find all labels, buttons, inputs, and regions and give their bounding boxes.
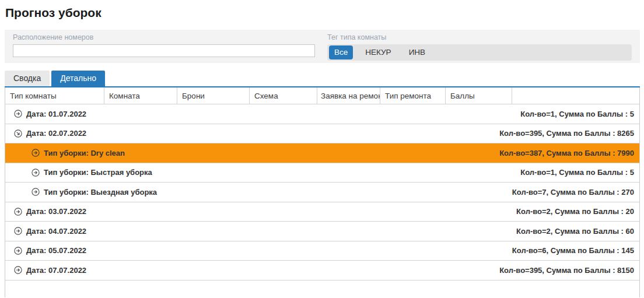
group-row-summary: Кол-во=395, Сумма по Баллы : 8150 xyxy=(499,266,639,275)
group-row-label: Тип уборки: Dry clean xyxy=(44,149,125,157)
group-row-label: Дата: 02.07.2022 xyxy=(26,129,86,138)
tab-bar: Сводка Детально xyxy=(5,71,640,87)
table-header-row: Тип комнаты Комната Брони Схема Заявка н… xyxy=(5,87,639,104)
tag-button-all[interactable]: Все xyxy=(329,45,353,59)
group-row-cleaning-checkout[interactable]: Тип уборки: Выездная уборка Кол-во=7, Су… xyxy=(5,183,639,202)
group-row-label: Дата: 03.07.2022 xyxy=(26,207,86,216)
tab-summary[interactable]: Сводка xyxy=(5,71,50,86)
tab-detail[interactable]: Детально xyxy=(51,71,105,86)
collapse-down-icon[interactable] xyxy=(14,129,22,138)
group-row-summary: Кол-во=6, Сумма по Баллы : 145 xyxy=(512,246,639,255)
group-row-label: Дата: 07.07.2022 xyxy=(26,266,86,275)
room-tag-button-group: Все НЕКУР ИНВ xyxy=(327,44,632,61)
expand-right-icon[interactable] xyxy=(14,247,22,255)
page-title: Прогноз уборок xyxy=(5,0,640,30)
expand-right-icon[interactable] xyxy=(32,169,40,177)
column-header-room-type[interactable]: Тип комнаты xyxy=(5,87,104,104)
room-tag-field: Тег типа комнаты Все НЕКУР ИНВ xyxy=(327,33,632,61)
room-location-label: Расположение номеров xyxy=(13,33,315,42)
group-row-label: Дата: 05.07.2022 xyxy=(26,246,86,255)
expand-right-icon[interactable] xyxy=(14,208,22,216)
column-header-scheme[interactable]: Схема xyxy=(250,87,317,104)
table-empty-space xyxy=(5,281,639,297)
expand-right-icon[interactable] xyxy=(32,149,40,157)
room-location-field: Расположение номеров xyxy=(13,33,315,57)
group-row-cleaning-dry-clean[interactable]: Тип уборки: Dry clean Кол-во=387, Сумма … xyxy=(5,143,639,163)
room-location-input[interactable] xyxy=(13,44,315,57)
expand-right-icon[interactable] xyxy=(14,266,22,274)
column-header-empty xyxy=(512,87,639,104)
filter-panel: Расположение номеров Тег типа комнаты Вс… xyxy=(5,30,640,63)
group-row-date-04-07-2022[interactable]: Дата: 04.07.2022 Кол-во=2, Сумма по Балл… xyxy=(5,222,639,241)
group-row-label: Тип уборки: Быстрая уборка xyxy=(44,168,152,177)
column-header-repair-type[interactable]: Тип ремонта xyxy=(380,87,446,104)
group-row-date-01-07-2022[interactable]: Дата: 01.07.2022 Кол-во=1, Сумма по Балл… xyxy=(5,104,639,124)
group-row-label: Дата: 04.07.2022 xyxy=(26,227,86,236)
expand-right-icon[interactable] xyxy=(14,110,22,118)
column-header-points[interactable]: Баллы xyxy=(446,87,512,104)
group-row-date-07-07-2022[interactable]: Дата: 07.07.2022 Кол-во=395, Сумма по Ба… xyxy=(5,261,639,281)
group-row-summary: Кол-во=395, Сумма по Баллы : 8265 xyxy=(499,129,639,138)
column-header-bookings[interactable]: Брони xyxy=(177,87,250,104)
room-tag-label: Тег типа комнаты xyxy=(327,33,632,42)
group-row-summary: Кол-во=1, Сумма по Баллы : 5 xyxy=(520,110,639,118)
group-row-summary: Кол-во=2, Сумма по Баллы : 20 xyxy=(516,207,639,216)
group-row-summary: Кол-во=2, Сумма по Баллы : 60 xyxy=(516,227,639,236)
group-row-label: Дата: 01.07.2022 xyxy=(26,110,86,118)
group-row-date-02-07-2022[interactable]: Дата: 02.07.2022 Кол-во=395, Сумма по Ба… xyxy=(5,124,639,144)
forecast-table: Тип комнаты Комната Брони Схема Заявка н… xyxy=(5,87,640,297)
column-header-repair-request[interactable]: Заявка на ремонт xyxy=(317,87,380,104)
group-row-date-05-07-2022[interactable]: Дата: 05.07.2022 Кол-во=6, Сумма по Балл… xyxy=(5,241,639,261)
page: Прогноз уборок Расположение номеров Тег … xyxy=(0,0,644,297)
expand-right-icon[interactable] xyxy=(14,227,22,235)
group-row-date-03-07-2022[interactable]: Дата: 03.07.2022 Кол-во=2, Сумма по Балл… xyxy=(5,202,639,222)
group-row-summary: Кол-во=7, Сумма по Баллы : 270 xyxy=(512,188,639,197)
group-row-label: Тип уборки: Выездная уборка xyxy=(44,188,157,197)
tag-button-nekur[interactable]: НЕКУР xyxy=(360,45,396,59)
expand-right-icon[interactable] xyxy=(32,188,40,196)
column-header-room[interactable]: Комната xyxy=(104,87,177,104)
tag-button-inv[interactable]: ИНВ xyxy=(404,45,430,59)
group-row-summary: Кол-во=387, Сумма по Баллы : 7990 xyxy=(499,149,639,157)
group-row-summary: Кол-во=1, Сумма по Баллы : 5 xyxy=(520,168,639,177)
group-row-cleaning-fast[interactable]: Тип уборки: Быстрая уборка Кол-во=1, Сум… xyxy=(5,163,639,183)
